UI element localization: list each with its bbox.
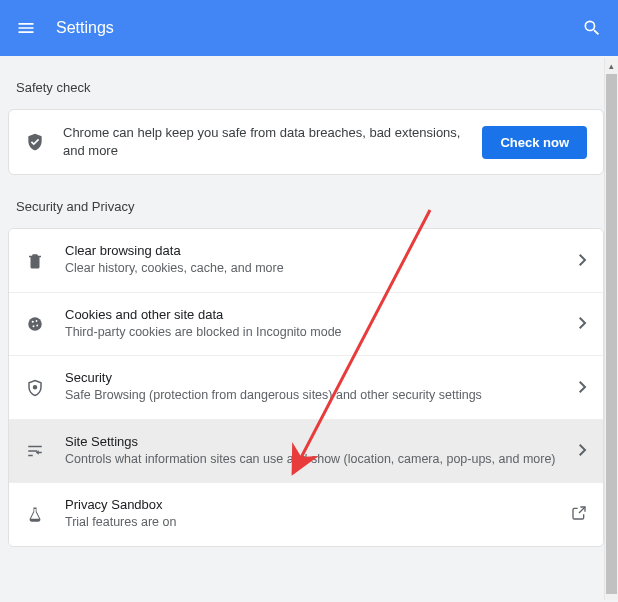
svg-point-0 — [28, 317, 42, 331]
row-sub: Controls what information sites can use … — [65, 451, 559, 469]
chevron-right-icon — [579, 315, 587, 333]
row-cookies[interactable]: Cookies and other site data Third-party … — [9, 292, 603, 356]
row-sub: Trial features are on — [65, 514, 551, 532]
svg-point-3 — [33, 325, 35, 327]
row-title: Privacy Sandbox — [65, 497, 551, 512]
row-sub: Third-party cookies are blocked in Incog… — [65, 324, 559, 342]
svg-point-2 — [36, 320, 38, 322]
row-clear-browsing-data[interactable]: Clear browsing data Clear history, cooki… — [9, 229, 603, 292]
row-title: Clear browsing data — [65, 243, 559, 258]
row-site-settings[interactable]: Site Settings Controls what information … — [9, 419, 603, 483]
row-sub: Clear history, cookies, cache, and more — [65, 260, 559, 278]
flask-icon — [25, 506, 45, 524]
header-left: Settings — [16, 18, 114, 38]
safety-row: Chrome can help keep you safe from data … — [9, 110, 603, 174]
row-security[interactable]: Security Safe Browsing (protection from … — [9, 355, 603, 419]
svg-point-1 — [32, 321, 34, 323]
privacy-card: Clear browsing data Clear history, cooki… — [8, 228, 604, 547]
row-text: Security Safe Browsing (protection from … — [65, 370, 559, 405]
app-header: Settings — [0, 0, 618, 56]
cookie-icon — [25, 315, 45, 333]
row-text: Clear browsing data Clear history, cooki… — [65, 243, 559, 278]
security-privacy-heading: Security and Privacy — [8, 175, 604, 228]
trash-icon — [25, 252, 45, 270]
search-icon[interactable] — [582, 18, 602, 38]
content-area: Safety check Chrome can help keep you sa… — [0, 56, 618, 602]
shield-icon — [25, 379, 45, 397]
row-text: Site Settings Controls what information … — [65, 434, 559, 469]
row-privacy-sandbox[interactable]: Privacy Sandbox Trial features are on — [9, 482, 603, 546]
safety-text: Chrome can help keep you safe from data … — [63, 124, 464, 160]
tune-icon — [25, 442, 45, 460]
page-title: Settings — [56, 19, 114, 37]
shield-check-icon — [25, 132, 45, 152]
scroll-thumb[interactable] — [606, 74, 617, 594]
row-text: Privacy Sandbox Trial features are on — [65, 497, 551, 532]
svg-point-5 — [34, 385, 37, 388]
scroll-up-icon[interactable]: ▴ — [605, 58, 618, 74]
safety-check-heading: Safety check — [8, 56, 604, 109]
open-in-new-icon — [571, 505, 587, 525]
row-title: Cookies and other site data — [65, 307, 559, 322]
chevron-right-icon — [579, 442, 587, 460]
svg-point-4 — [36, 325, 38, 327]
row-title: Security — [65, 370, 559, 385]
row-title: Site Settings — [65, 434, 559, 449]
check-now-button[interactable]: Check now — [482, 126, 587, 159]
scrollbar[interactable]: ▴ — [604, 58, 618, 600]
safety-card: Chrome can help keep you safe from data … — [8, 109, 604, 175]
menu-icon[interactable] — [16, 18, 36, 38]
chevron-right-icon — [579, 379, 587, 397]
row-text: Cookies and other site data Third-party … — [65, 307, 559, 342]
row-sub: Safe Browsing (protection from dangerous… — [65, 387, 559, 405]
chevron-right-icon — [579, 252, 587, 270]
